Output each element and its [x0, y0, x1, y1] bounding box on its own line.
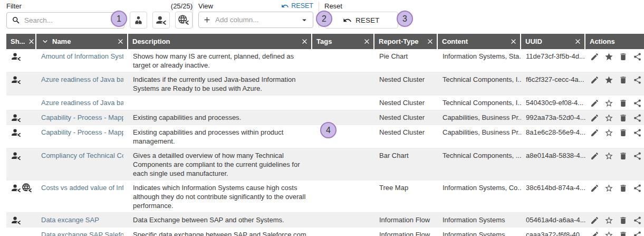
share-icon[interactable]: [633, 152, 642, 161]
table-row[interactable]: Azure readiness of Java bas... Nested Cl…: [6, 96, 644, 110]
share-icon[interactable]: [633, 52, 642, 61]
shared-cell: [6, 72, 36, 95]
uuid-cell: 05461a4d-a6aa-4...: [521, 213, 585, 227]
uuid-cell: 992aa73a-52d0-4...: [521, 110, 585, 125]
add-column-select[interactable]: Add column...: [198, 12, 313, 28]
column-header-content[interactable]: Content: [438, 34, 521, 49]
column-header-report-type[interactable]: Report-Type: [374, 34, 438, 49]
edit-icon[interactable]: [590, 75, 599, 84]
share-icon[interactable]: [633, 184, 642, 193]
column-header-shared[interactable]: Sh...: [6, 34, 36, 49]
star-icon[interactable]: [604, 231, 613, 236]
close-icon[interactable]: [301, 37, 309, 45]
star-icon[interactable]: [604, 99, 613, 108]
table-row[interactable]: Compliancy of Technical Co... Gives a de…: [6, 148, 644, 181]
edit-icon[interactable]: [590, 99, 599, 108]
delete-icon[interactable]: [619, 231, 628, 236]
delete-icon[interactable]: [619, 128, 628, 137]
table-row[interactable]: Azure readiness of Java bas... Indicates…: [6, 72, 644, 96]
sort-chevron-icon[interactable]: [41, 37, 50, 46]
table-row[interactable]: Data exchange SAP Saleforce Specific dat…: [6, 228, 644, 236]
share-icon[interactable]: [633, 99, 642, 108]
share-icon[interactable]: [633, 75, 642, 84]
edit-icon[interactable]: [590, 216, 599, 225]
edit-icon[interactable]: [590, 184, 599, 193]
report-name-link[interactable]: Data exchange SAP Saleforce: [41, 230, 123, 236]
name-cell: Compliancy of Technical Co...: [36, 148, 128, 180]
description-cell: Specific data exchange between SAP and S…: [128, 228, 312, 236]
star-icon[interactable]: [604, 216, 613, 225]
report-name-link[interactable]: Compliancy of Technical Co...: [41, 151, 123, 160]
close-icon[interactable]: [117, 37, 124, 45]
star-icon[interactable]: [604, 152, 613, 161]
name-cell: Costs vs added value of Info...: [36, 181, 128, 212]
report-name-link[interactable]: Azure readiness of Java bas...: [41, 98, 123, 107]
delete-icon[interactable]: [619, 216, 628, 225]
delete-icon[interactable]: [619, 184, 628, 193]
undo-icon: [343, 16, 352, 25]
share-icon[interactable]: [633, 114, 642, 122]
result-count: (25/25): [171, 2, 193, 10]
edit-icon[interactable]: [590, 152, 599, 161]
report-type-cell: Pie Chart: [374, 49, 438, 72]
table-row[interactable]: Data excange SAP Data Exchange between S…: [6, 213, 644, 228]
shared-cell: [6, 125, 36, 148]
star-icon[interactable]: [604, 75, 613, 84]
report-type-cell: Bar Chart: [374, 148, 438, 180]
delete-icon[interactable]: [619, 152, 628, 161]
share-icon[interactable]: [633, 128, 642, 137]
reset-button[interactable]: RESET: [324, 12, 398, 29]
edit-icon[interactable]: [590, 231, 599, 236]
report-name-link[interactable]: Capability - Process - Mappi...: [41, 128, 123, 137]
star-icon[interactable]: [604, 52, 613, 61]
report-name-link[interactable]: Costs vs added value of Info...: [41, 183, 123, 192]
close-icon[interactable]: [574, 37, 582, 45]
name-cell: Data excange SAP: [36, 213, 128, 227]
delete-icon[interactable]: [619, 52, 628, 61]
edit-icon[interactable]: [590, 128, 599, 137]
person-share-icon: [11, 52, 21, 62]
shared-by-user-filter-button[interactable]: [130, 12, 147, 29]
report-name-link[interactable]: Amount of Information Syst...: [41, 52, 123, 61]
annotation-marker-4: 4: [320, 122, 337, 138]
delete-icon[interactable]: [619, 99, 628, 108]
close-icon[interactable]: [426, 37, 434, 45]
star-icon[interactable]: [604, 128, 613, 137]
share-icon[interactable]: [633, 231, 642, 236]
column-header-name[interactable]: Name: [36, 34, 128, 49]
column-header-description[interactable]: Description: [128, 34, 312, 49]
person-share-icon: [11, 215, 21, 225]
share-icon[interactable]: [633, 216, 642, 225]
annotation-marker-1: 1: [111, 11, 127, 27]
report-type-cell: Nested Cluster: [374, 110, 438, 125]
delete-icon[interactable]: [619, 75, 628, 84]
star-icon[interactable]: [604, 114, 613, 122]
actions-cell: [585, 110, 644, 125]
close-icon[interactable]: [510, 37, 517, 45]
table-row[interactable]: Costs vs added value of Info... Indicate…: [6, 181, 644, 213]
report-name-link[interactable]: Azure readiness of Java bas...: [41, 75, 123, 84]
search-input[interactable]: Search...: [6, 12, 124, 29]
person-share-icon: [11, 113, 21, 123]
edit-icon[interactable]: [590, 114, 599, 122]
shared-with-user-filter-button[interactable]: [152, 12, 170, 29]
name-cell: Capability - Process - Mappi...: [36, 110, 128, 125]
column-header-tags[interactable]: Tags: [312, 34, 374, 49]
filter-group: Filter (25/25) Search...: [6, 2, 193, 29]
table-row[interactable]: Amount of Information Syst... Shows how …: [6, 49, 644, 72]
delete-icon[interactable]: [619, 114, 628, 122]
public-shared-filter-button[interactable]: [175, 12, 193, 29]
column-header-uuid[interactable]: UUID: [521, 34, 585, 49]
view-reset-link[interactable]: RESET: [281, 2, 313, 10]
shared-cell: [6, 110, 36, 125]
report-name-link[interactable]: Data excange SAP: [41, 215, 123, 224]
star-icon[interactable]: [604, 184, 613, 193]
description-cell: Gives a detailled overview of how many T…: [128, 148, 312, 180]
report-name-link[interactable]: Capability - Process - Mappi...: [41, 113, 123, 122]
close-icon[interactable]: [27, 37, 35, 45]
close-icon[interactable]: [363, 37, 371, 45]
reset-group: Reset RESET: [324, 2, 398, 29]
view-group: View RESET Add column...: [198, 2, 313, 29]
content-cell: Capabilities, Business Pr...: [438, 110, 521, 125]
edit-icon[interactable]: [590, 52, 599, 61]
